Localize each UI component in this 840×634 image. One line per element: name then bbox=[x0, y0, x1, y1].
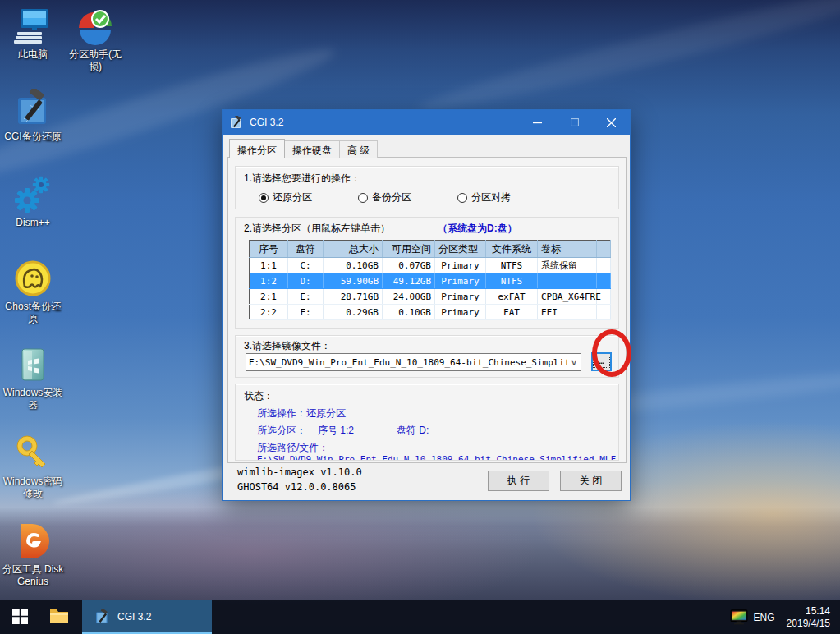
system-tray: ENG 15:14 2019/4/15 bbox=[730, 600, 840, 634]
diskgenius-icon bbox=[13, 521, 53, 561]
tab-strip: 操作分区 操作硬盘 高 级 bbox=[229, 140, 377, 158]
col-header[interactable]: 可用空间 bbox=[383, 241, 435, 258]
radio-label: 还原分区 bbox=[273, 191, 312, 204]
table-row[interactable]: 2:2F:0.29GB0.10GBPrimaryFATEFI bbox=[250, 305, 611, 320]
window-titlebar[interactable]: CGI 3.2 bbox=[223, 110, 630, 135]
step1-label: 1.请选择您要进行的操作： bbox=[244, 172, 360, 186]
desktop-icon-partition-assistant[interactable]: 分区助手(无损) bbox=[63, 7, 127, 73]
partition-assistant-icon bbox=[76, 7, 115, 46]
maximize-button[interactable] bbox=[556, 110, 593, 135]
desktop-icon-ghost-backup[interactable]: Ghost备份还原 bbox=[1, 259, 65, 325]
windows-password-key-icon bbox=[13, 434, 53, 473]
col-header[interactable]: 序号 bbox=[250, 241, 288, 258]
image-path-value: E:\SW_DVD9_Win_Pro_Ent_Edu_N_10_1809_64-… bbox=[246, 357, 567, 368]
taskbar: CGI 3.2 ENG 15:14 2019/4/15 bbox=[0, 600, 840, 634]
table-header-row: 序号 盘符 总大小 可用空间 分区类型 文件系统 卷标 bbox=[250, 241, 611, 258]
cgi-backup-icon bbox=[13, 89, 53, 128]
status-path-label: 所选路径/文件： bbox=[257, 441, 328, 455]
browse-button[interactable]: … bbox=[591, 352, 612, 371]
browse-dots: … bbox=[593, 356, 610, 368]
col-header[interactable]: 盘符 bbox=[288, 241, 324, 258]
operation-group: 1.请选择您要进行的操作： 还原分区 备份分区 分区对拷 bbox=[235, 166, 619, 209]
table-row[interactable]: 1:1C:0.10GB0.07GBPrimaryNTFS系统保留 bbox=[250, 258, 611, 273]
status-operation: 所选操作：还原分区 bbox=[257, 407, 346, 420]
partition-group: 2.请选择分区（用鼠标左键单击）（系统盘为D:盘） 序号 盘符 总大小 可用空间… bbox=[235, 217, 619, 329]
desktop-icon-diskgenius[interactable]: 分区工具 DiskGenius bbox=[1, 521, 65, 588]
display-settings-icon[interactable] bbox=[730, 609, 748, 626]
dism-gears-icon bbox=[13, 175, 53, 214]
cgi-window: CGI 3.2 操作分区 操作硬盘 高 级 1.请选择您要进行的操作： 还原分区… bbox=[222, 109, 631, 501]
status-title: 状态： bbox=[244, 389, 273, 403]
desktop-icon-cgi-backup[interactable]: CGI备份还原 bbox=[1, 89, 65, 143]
radio-checked-icon bbox=[259, 193, 269, 203]
col-header[interactable]: 总大小 bbox=[324, 241, 383, 258]
desktop-icon-label: 分区助手(无损) bbox=[63, 48, 127, 73]
desktop-icon-label: Dism++ bbox=[1, 217, 65, 229]
folder-icon bbox=[49, 608, 69, 627]
system-disk-link[interactable]: （系统盘为D:盘） bbox=[438, 223, 517, 234]
file-explorer-button[interactable] bbox=[39, 600, 79, 634]
image-file-group: 3.请选择镜像文件： E:\SW_DVD9_Win_Pro_Ent_Edu_N_… bbox=[235, 335, 619, 378]
desktop-icon-label: Ghost备份还原 bbox=[1, 301, 65, 325]
taskbar-task-cgi[interactable]: CGI 3.2 bbox=[82, 600, 212, 634]
desktop-icon-label: 分区工具 DiskGenius bbox=[1, 563, 65, 588]
desktop-icon-label: Windows密码修改 bbox=[1, 476, 65, 500]
step2-label: 2.请选择分区（用鼠标左键单击） bbox=[244, 223, 390, 234]
desktop-icon-this-pc[interactable]: 此电脑 bbox=[1, 7, 65, 61]
version-wimlib: wimlib-imagex v1.10.0 bbox=[237, 466, 362, 478]
status-partition: 所选分区：序号 1:2盘符 D: bbox=[257, 424, 429, 438]
time: 15:14 bbox=[787, 605, 830, 618]
clock[interactable]: 15:14 2019/4/15 bbox=[787, 605, 830, 630]
desktop-icon-dism[interactable]: Dism++ bbox=[1, 175, 65, 229]
desktop-icon-windows-password[interactable]: Windows密码修改 bbox=[1, 434, 65, 500]
desktop-icon-label: CGI备份还原 bbox=[1, 131, 65, 143]
radio-copy-partition[interactable]: 分区对拷 bbox=[457, 191, 511, 204]
image-path-combobox[interactable]: E:\SW_DVD9_Win_Pro_Ent_Edu_N_10_1809_64-… bbox=[246, 353, 581, 371]
start-button[interactable] bbox=[0, 600, 39, 634]
status-group: 状态： 所选操作：还原分区 所选分区：序号 1:2盘符 D: 所选路径/文件： … bbox=[235, 384, 619, 461]
date: 2019/4/15 bbox=[787, 618, 830, 630]
status-path-value: E:\SW_DVD9_Win_Pro_Ent_Edu_N_10_1809_64-… bbox=[257, 454, 619, 461]
radio-backup-partition[interactable]: 备份分区 bbox=[358, 191, 411, 204]
this-pc-icon bbox=[13, 7, 53, 46]
cloud-streak bbox=[415, 0, 840, 122]
desktop-wallpaper: 此电脑 分区助手(无损) CGI备份还原 Dism++ Ghost备份还原 Wi… bbox=[0, 0, 840, 634]
radio-unchecked-icon bbox=[358, 193, 368, 203]
radio-restore-partition[interactable]: 还原分区 bbox=[259, 191, 312, 204]
tab-operate-partition[interactable]: 操作分区 bbox=[229, 139, 285, 158]
desktop-icon-windows-installer[interactable]: Windows安装器 bbox=[1, 345, 65, 411]
windows-installer-icon bbox=[13, 345, 53, 384]
ghost-icon bbox=[13, 259, 53, 298]
table-row[interactable]: 2:1E:28.71GB24.00GBPrimaryexFATCPBA_X64F… bbox=[250, 289, 611, 305]
col-header[interactable]: 分区类型 bbox=[435, 241, 486, 258]
radio-label: 备份分区 bbox=[372, 191, 411, 204]
radio-unchecked-icon bbox=[457, 193, 467, 203]
tab-advanced[interactable]: 高 级 bbox=[339, 140, 378, 158]
tab-page: 1.请选择您要进行的操作： 还原分区 备份分区 分区对拷 2.请选择分区（用鼠标… bbox=[227, 157, 627, 463]
app-icon bbox=[230, 116, 243, 129]
execute-button[interactable]: 执 行 bbox=[488, 471, 549, 491]
minimize-button[interactable] bbox=[519, 110, 556, 135]
col-header[interactable]: 卷标 bbox=[538, 241, 597, 258]
step3-label: 3.请选择镜像文件： bbox=[244, 339, 331, 353]
language-indicator[interactable]: ENG bbox=[754, 612, 775, 623]
partition-table[interactable]: 序号 盘符 总大小 可用空间 分区类型 文件系统 卷标 1:1C:0.10GB0… bbox=[249, 240, 611, 320]
close-dialog-button[interactable]: 关 闭 bbox=[560, 471, 622, 491]
task-label: CGI 3.2 bbox=[117, 611, 151, 623]
windows-logo-icon bbox=[12, 609, 28, 627]
cgi-task-icon bbox=[95, 609, 110, 624]
col-header-empty bbox=[597, 241, 611, 258]
close-button[interactable] bbox=[593, 110, 630, 135]
radio-label: 分区对拷 bbox=[471, 191, 511, 204]
table-row-selected[interactable]: 1:2D:59.90GB49.12GBPrimaryNTFS bbox=[250, 273, 611, 289]
window-title: CGI 3.2 bbox=[250, 117, 283, 128]
chevron-down-icon[interactable]: ∨ bbox=[567, 357, 581, 368]
col-header[interactable]: 文件系统 bbox=[486, 241, 538, 258]
version-ghost: GHOST64 v12.0.0.8065 bbox=[237, 481, 356, 493]
tab-operate-disk[interactable]: 操作硬盘 bbox=[284, 140, 340, 158]
desktop-icon-label: 此电脑 bbox=[1, 48, 65, 61]
desktop-icon-label: Windows安装器 bbox=[1, 387, 65, 411]
